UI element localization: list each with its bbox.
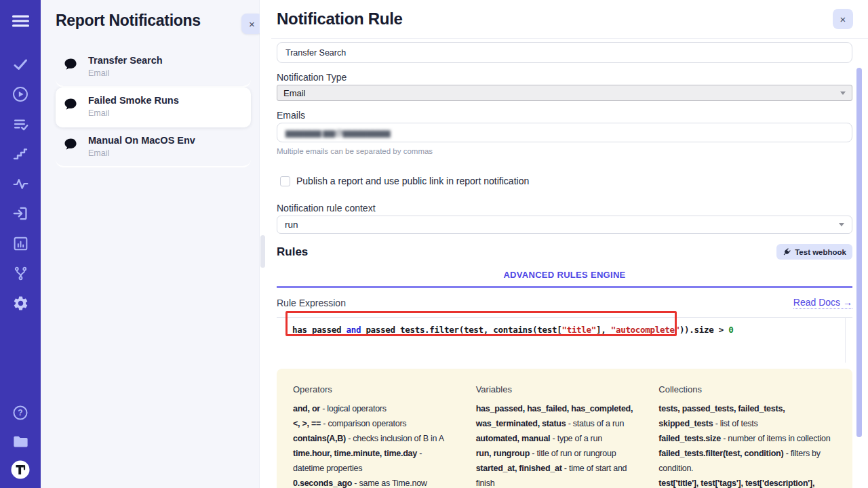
help-column-header: Variables [476,382,635,397]
chat-bubble-icon [62,137,79,155]
help-entry: automated, manual - type of a run [476,431,635,446]
notification-list: Transfer Search Email Failed Smoke Runs … [56,47,251,167]
rule-panel-body: Notification Type Email Emails ▆▆▆▆▆▆ ▆▆… [271,39,868,488]
help-entry: and, or - logical operators [293,401,452,416]
context-select[interactable]: run [277,216,852,234]
code-token: has_passed [292,325,346,335]
help-entry: started_at, finished_at - time of start … [476,461,635,488]
help-entry: run, rungroup - title of run or rungroup [476,446,635,461]
code-token: 0 [728,325,733,335]
code-token: "autocomplete" [611,325,679,335]
redacted-email-value: ▆▆▆▆▆▆ ▆▆@▆▆▆▆▆▆▆▆ [285,128,390,138]
list-item-failed-smoke-runs[interactable]: Failed Smoke Runs Email [56,87,251,127]
rule-expression-label: Rule Expression [277,298,346,308]
help-column-collections: Collectionstests, passed_tests, failed_t… [658,382,836,488]
help-entry: 0.seconds_ago - same as Time.now [293,476,452,488]
steps-icon[interactable] [9,144,31,164]
notification-title: Failed Smoke Runs [88,95,179,106]
help-entry: tests, passed_tests, failed_tests, skipp… [658,401,836,431]
rule-expression-editor[interactable]: has_passed and passed_tests.filter(test,… [277,317,852,362]
gear-icon[interactable] [9,293,31,313]
editor-gutter-line [845,318,846,363]
context-value: run [285,220,298,230]
publish-report-row: Publish a report and use public link in … [277,176,852,186]
emails-label: Emails [277,110,852,121]
folder-icon[interactable] [9,431,31,451]
emails-helper-text: Multiple emails can be separated by comm… [277,147,852,155]
rules-heading: Rules [277,245,308,259]
notification-type: Email [88,68,163,78]
app: ? Report Notifications × Transfer Search… [0,0,868,488]
publish-report-checkbox[interactable] [280,176,290,186]
help-entry: has_passed, has_failed, has_completed, w… [476,401,635,431]
svg-text:?: ? [18,408,22,418]
code-token: ], [596,325,611,335]
emails-input[interactable]: ▆▆▆▆▆▆ ▆▆@▆▆▆▆▆▆▆▆ [277,123,852,142]
report-notifications-panel: Report Notifications × Transfer Search E… [41,0,260,488]
help-column-operators: Operatorsand, or - logical operators<, >… [293,382,452,488]
rule-expression-code: has_passed and passed_tests.filter(test,… [277,318,852,335]
branch-icon[interactable] [9,263,31,283]
rules-row: Rules Test webhook [277,244,852,260]
help-entry: <, >, == - comparison operators [293,416,452,431]
list-item-text: Failed Smoke Runs Email [88,95,179,118]
notification-type: Email [88,108,179,118]
rule-name-input[interactable] [277,42,852,63]
list-item-transfer-search[interactable]: Transfer Search Email [56,47,251,87]
menu-icon[interactable] [9,11,31,31]
notification-type-value: Email [283,88,306,98]
read-docs-link[interactable]: Read Docs → [793,297,852,309]
notification-title: Transfer Search [88,55,163,66]
help-entry: contains(A,B) - checks inclusion of B in… [293,431,452,446]
code-token: passed_tests.filter(test, contains(test[ [361,325,561,335]
notification-type: Email [88,148,195,158]
list-item-text: Transfer Search Email [88,55,163,78]
publish-report-label: Publish a report and use public link in … [296,176,529,186]
list-item-text: Manual On MacOS Env Email [88,135,195,158]
notification-type-select[interactable]: Email [277,85,852,101]
tab-advanced-rules-engine[interactable]: ADVANCED RULES ENGINE [503,270,625,286]
sign-in-icon[interactable] [9,203,31,224]
chevron-down-icon [839,223,844,226]
chat-bubble-icon [62,97,79,115]
plug-icon [781,246,793,258]
help-column-header: Operators [293,382,452,397]
help-column-header: Collections [658,382,836,397]
chevron-down-icon [840,92,846,95]
check-icon[interactable] [9,54,31,75]
notification-type-label: Notification Type [277,72,852,83]
help-entry: failed_tests.size - number of items in c… [658,431,836,446]
sidebar-icon-stack [9,54,31,313]
pulse-icon[interactable] [9,174,31,194]
page-title: Notification Rule [277,9,403,28]
help-icon[interactable]: ? [9,403,31,423]
bar-chart-icon[interactable] [9,233,31,253]
code-token: )).size > [679,325,728,335]
notification-title: Manual On MacOS Env [88,135,195,146]
rule-expression-row: Rule Expression Read Docs → [277,297,852,309]
list-item-manual-on-macos-env[interactable]: Manual On MacOS Env Email [56,127,251,167]
context-label: Notification rule context [277,203,852,214]
play-icon[interactable] [9,84,31,104]
sidebar-bottom-stack: ? [9,403,31,480]
close-icon[interactable]: × [833,9,853,29]
test-webhook-button[interactable]: Test webhook [776,244,852,260]
rules-help-panel: Operatorsand, or - logical operators<, >… [277,369,852,488]
help-entry: failed_tests.filter(test, condition) - f… [658,446,836,476]
code-token: "title" [561,325,596,335]
code-token: and [346,325,361,335]
list-check-icon[interactable] [9,114,31,134]
help-entry: time.hour, time.minute, time.day - datet… [293,446,452,476]
notification-rule-panel: Notification Rule × Notification Type Em… [271,0,868,488]
main-scrollbar-thumb[interactable] [856,68,862,437]
help-entry: test['title'], test['tags'], test['descr… [658,476,836,488]
panel-gutter [260,0,271,488]
rules-tabbar: ADVANCED RULES ENGINE [277,268,852,288]
help-column-variables: Variableshas_passed, has_failed, has_com… [476,382,635,488]
test-webhook-label: Test webhook [795,248,846,256]
testomat-logo[interactable] [9,460,31,480]
rule-panel-header: Notification Rule × [271,0,868,39]
icon-sidebar: ? [0,0,41,488]
panel-title: Report Notifications [56,11,251,31]
panel-scrollbar-thumb[interactable] [260,235,265,268]
